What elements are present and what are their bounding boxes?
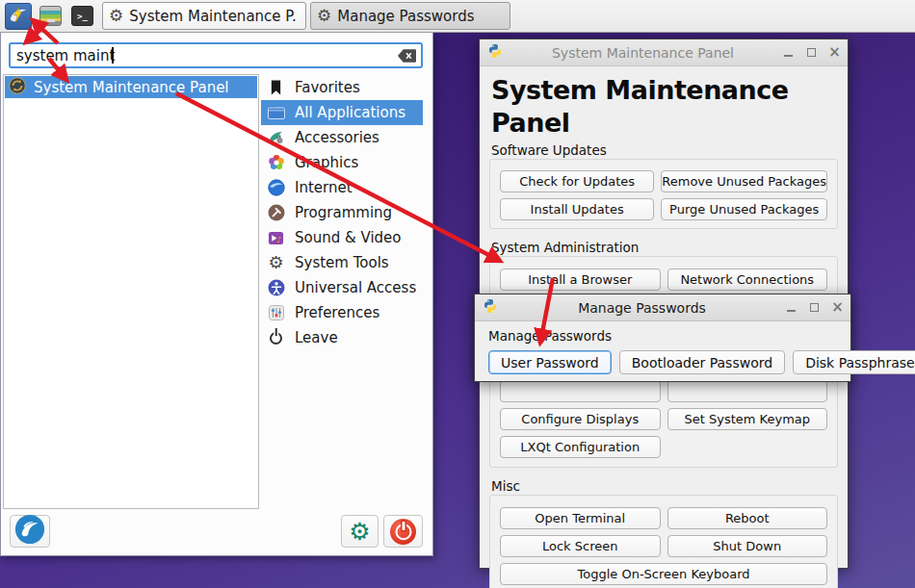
power-icon xyxy=(390,519,416,545)
python-icon xyxy=(487,43,503,63)
media-note-icon: ♪ xyxy=(267,229,285,247)
page-title: System Maintenance Panel xyxy=(491,74,838,140)
category-preferences[interactable]: Preferences xyxy=(261,300,423,325)
category-label: Preferences xyxy=(295,304,379,321)
globe-icon xyxy=(267,179,285,197)
about-lxqt-button[interactable] xyxy=(10,515,50,548)
covered-button[interactable] xyxy=(667,380,828,402)
result-item-system-maintenance-panel[interactable]: System Maintenance Panel xyxy=(5,76,257,98)
section-label-system-administration: System Administration xyxy=(491,240,838,255)
category-favorites[interactable]: Favorites xyxy=(261,75,423,100)
terminal-button[interactable]: >_ xyxy=(69,3,95,30)
purge-unused-packages-button[interactable]: Purge Unused Packages xyxy=(661,198,827,220)
category-label: Internet xyxy=(295,179,353,196)
category-internet[interactable]: Internet xyxy=(261,175,423,200)
taskbar: >_ ⚙ System Maintenance P... ⚙ Manage Pa… xyxy=(0,0,915,33)
graphics-flower-icon xyxy=(267,154,285,172)
category-label: All Applications xyxy=(295,104,405,121)
close-icon[interactable]: × xyxy=(829,47,840,58)
category-system-tools[interactable]: ⚙ System Tools xyxy=(261,250,423,275)
accessibility-person-icon xyxy=(267,279,285,297)
category-label: Graphics xyxy=(295,154,358,171)
bootloader-password-button[interactable]: Bootloader Password xyxy=(619,350,785,374)
file-manager-icon xyxy=(39,6,62,26)
python-icon xyxy=(483,298,498,318)
power-icon xyxy=(267,329,285,347)
toggle-on-screen-keyboard-button[interactable]: Toggle On-Screen Keyboard xyxy=(500,563,827,585)
dialog-title: Manage Passwords xyxy=(504,300,780,316)
gear-icon: ⚙ xyxy=(317,8,331,24)
category-programming[interactable]: Programming xyxy=(261,200,423,225)
category-label: Universal Access xyxy=(295,279,416,296)
result-label: System Maintenance Panel xyxy=(34,79,229,96)
lock-screen-button[interactable]: Lock Screen xyxy=(500,535,661,557)
category-all-applications[interactable]: All Applications xyxy=(261,100,423,125)
task-label: System Maintenance P... xyxy=(129,8,296,25)
section-label-misc: Misc xyxy=(491,478,838,494)
search-input[interactable] xyxy=(9,42,423,68)
taskbar-task-manage-passwords[interactable]: ⚙ Manage Passwords xyxy=(310,2,510,30)
text-caret xyxy=(112,47,114,64)
open-terminal-button[interactable]: Open Terminal xyxy=(500,507,661,529)
task-label: Manage Passwords xyxy=(337,8,474,25)
folder-icon xyxy=(267,104,285,122)
reboot-button[interactable]: Reboot xyxy=(667,507,828,529)
category-list: Favorites All Applications Accessories xyxy=(261,75,431,350)
category-universal-access[interactable]: Universal Access xyxy=(261,275,423,300)
sliders-icon xyxy=(267,304,285,322)
install-updates-button[interactable]: Install Updates xyxy=(500,198,654,220)
maximize-icon[interactable] xyxy=(806,47,817,58)
category-label: Leave xyxy=(295,329,338,346)
bookmark-icon xyxy=(267,79,285,97)
gear-wrench-icon: ⚙ xyxy=(349,520,370,544)
window-title: System Maintenance Panel xyxy=(509,45,777,61)
section-label-software-updates: Software Updates xyxy=(491,142,838,158)
manage-passwords-dialog: Manage Passwords × Manage Passwords User… xyxy=(474,294,851,382)
lxqt-bird-icon xyxy=(14,514,45,549)
disk-passphrase-button[interactable]: Disk Passphrase xyxy=(793,350,915,374)
dialog-section-label: Manage Passwords xyxy=(488,328,837,344)
maximize-icon[interactable] xyxy=(809,302,820,313)
category-sound-video[interactable]: ♪ Sound & Video xyxy=(261,225,423,250)
svg-text:♪: ♪ xyxy=(276,235,281,244)
close-icon[interactable]: × xyxy=(832,302,843,313)
menu-settings-button[interactable]: ⚙ xyxy=(341,515,379,548)
search-field-wrap xyxy=(9,42,423,68)
main-window-titlebar[interactable]: System Maintenance Panel × xyxy=(480,39,848,66)
app-menu-popup: System Maintenance Panel Favorites All A… xyxy=(0,33,433,556)
accessories-icon xyxy=(267,129,285,147)
remove-unused-packages-button[interactable]: Remove Unused Packages xyxy=(661,170,827,192)
category-label: Accessories xyxy=(295,129,379,146)
set-system-keymap-button[interactable]: Set System Keymap xyxy=(667,408,828,430)
category-graphics[interactable]: Graphics xyxy=(261,150,423,175)
configure-displays-button[interactable]: Configure Displays xyxy=(500,408,661,430)
shut-down-button[interactable]: Shut Down xyxy=(667,535,828,557)
hammer-icon xyxy=(267,204,285,222)
install-a-browser-button[interactable]: Install a Browser xyxy=(500,268,661,291)
category-label: Programming xyxy=(295,204,392,221)
terminal-icon: >_ xyxy=(71,6,93,26)
category-leave[interactable]: Leave xyxy=(261,325,423,350)
gear-icon: ⚙ xyxy=(109,8,123,24)
groupbox-software-updates: Check for Updates Remove Unused Packages… xyxy=(489,159,838,229)
dialog-titlebar[interactable]: Manage Passwords × xyxy=(475,294,850,321)
app-menu-button[interactable] xyxy=(5,3,32,30)
user-password-button[interactable]: User Password xyxy=(488,350,612,374)
network-connections-button[interactable]: Network Connections xyxy=(667,268,828,291)
lxqt-bird-lightning-icon xyxy=(8,4,29,29)
file-manager-button[interactable] xyxy=(38,3,64,30)
minimize-icon[interactable] xyxy=(783,47,794,58)
minimize-icon[interactable] xyxy=(786,302,797,313)
category-accessories[interactable]: Accessories xyxy=(261,125,423,150)
clear-search-icon[interactable] xyxy=(398,48,416,62)
category-label: Sound & Video xyxy=(295,229,402,246)
groupbox-misc: Open Terminal Reboot Lock Screen Shut Do… xyxy=(489,495,838,588)
check-for-updates-button[interactable]: Check for Updates xyxy=(500,170,654,192)
covered-button[interactable] xyxy=(500,380,661,402)
menu-power-button[interactable] xyxy=(383,515,423,548)
lxqt-configuration-button[interactable]: LXQt Configuration xyxy=(500,436,661,458)
gear-icon: ⚙ xyxy=(267,254,285,272)
category-label: Favorites xyxy=(295,79,360,96)
search-results-list: System Maintenance Panel xyxy=(3,74,259,509)
taskbar-task-system-maintenance[interactable]: ⚙ System Maintenance P... xyxy=(102,2,306,30)
